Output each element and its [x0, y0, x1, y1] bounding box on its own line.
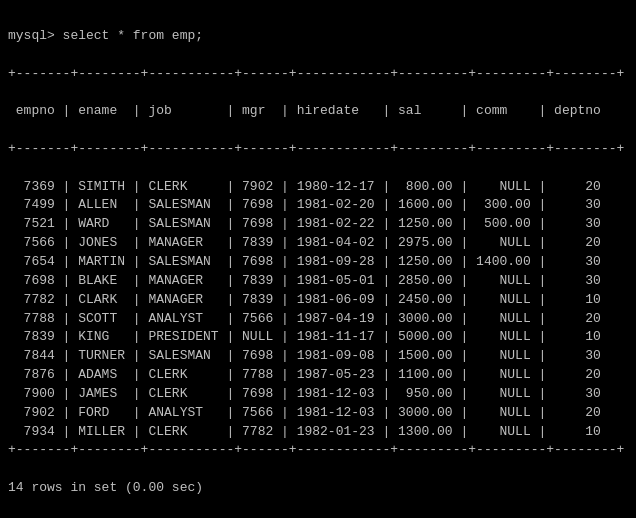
- table1-divider-bottom: +-------+--------+-----------+------+---…: [8, 442, 624, 457]
- table1-header: empno | ename | job | mgr | hiredate | s…: [8, 103, 609, 118]
- terminal-output: mysql> select * from emp; +-------+-----…: [8, 8, 628, 518]
- result-1: 14 rows in set (0.00 sec): [8, 480, 203, 495]
- table1-divider-top: +-------+--------+-----------+------+---…: [8, 66, 624, 81]
- table1-divider-mid: +-------+--------+-----------+------+---…: [8, 141, 624, 156]
- table1-rows: 7369 | SIMITH | CLERK | 7902 | 1980-12-1…: [8, 179, 609, 439]
- prompt-1: mysql> select * from emp;: [8, 28, 203, 43]
